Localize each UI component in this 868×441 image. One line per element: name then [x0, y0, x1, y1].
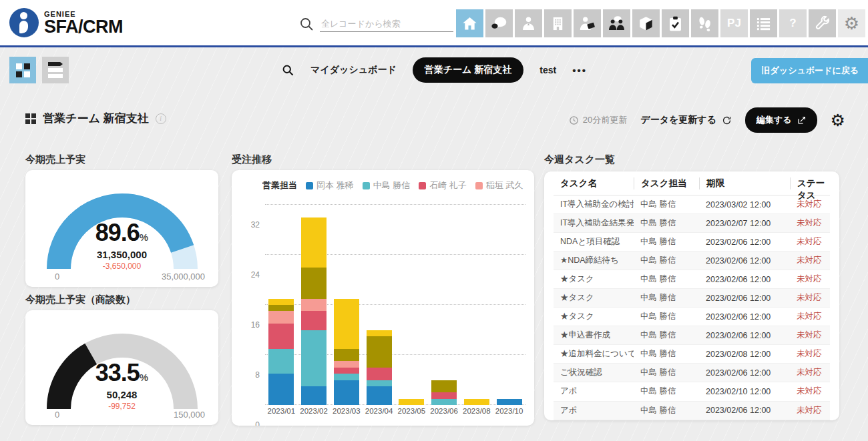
deal-count-gauge-card: 33.5% 50,248 -99,752 0 150,000 — [25, 310, 218, 425]
task-check-icon[interactable] — [662, 9, 689, 37]
orders-chart-title: 受注推移 — [232, 153, 272, 166]
task-name-cell: アポ — [554, 386, 634, 397]
refresh-data-button[interactable]: データを更新する — [640, 114, 732, 126]
task-row[interactable]: ★タスク中島 勝信2023/02/06 12:00未対応 — [554, 289, 830, 308]
gauge2-min-label: 0 — [55, 410, 59, 420]
meeting-icon[interactable] — [603, 9, 630, 37]
task-owner-cell: 中島 勝信 — [634, 348, 699, 360]
legend-swatch — [363, 182, 370, 189]
task-row[interactable]: ★追加料金について中島 勝信2023/02/08 12:00未対応 — [554, 345, 830, 364]
y-axis-tick: 16 — [240, 320, 260, 330]
column-header: 期限 — [699, 177, 790, 189]
legend-item[interactable]: 石崎 礼子 — [419, 179, 467, 191]
refresh-icon — [722, 115, 732, 125]
task-row[interactable]: ★NDA締結待ち中島 勝信2023/02/06 12:00未対応 — [554, 252, 830, 270]
dashboard-nav: マイダッシュボード 営業チーム 新宿支社 test ••• 旧ダッシュボードに戻… — [0, 49, 868, 91]
dashboard-settings-gear-icon[interactable]: ⚙ — [831, 112, 845, 129]
project-icon[interactable]: PJ — [720, 9, 748, 37]
gauge1-max-label: 35,000,000 — [162, 272, 205, 282]
back-to-old-dashboard-button[interactable]: 旧ダッシュボードに戻る — [751, 58, 868, 83]
global-search — [298, 16, 453, 32]
task-name-cell: IT導入補助金の検討 — [554, 199, 634, 210]
tab-my-dashboard[interactable]: マイダッシュボード — [310, 64, 397, 76]
product-icon[interactable] — [632, 9, 660, 37]
task-due-cell: 2023/02/06 12:00 — [699, 294, 790, 303]
task-status-cell: 未対応 — [790, 367, 830, 378]
task-status-cell: 未対応 — [790, 292, 830, 304]
company-icon[interactable] — [544, 9, 572, 37]
tools-wrench-icon[interactable] — [809, 9, 836, 37]
bar-segment — [268, 324, 294, 349]
stacked-bar-chart: 08162432 2023/012023/022023/032023/04202… — [240, 205, 526, 425]
task-due-cell: 2023/02/07 12:00 — [699, 219, 790, 228]
bar-segment — [334, 374, 359, 380]
help-icon[interactable]: ? — [779, 9, 807, 37]
bar-segment — [334, 361, 359, 367]
x-axis-label: 2023/01 — [265, 407, 298, 415]
tab-test[interactable]: test — [539, 65, 556, 75]
task-status-cell: 未対応 — [790, 255, 830, 266]
gauge2-max-label: 150,000 — [174, 410, 205, 420]
y-axis-tick: 24 — [240, 270, 260, 280]
gauge2-value: 50,248 — [25, 389, 218, 400]
bar-segment — [367, 380, 392, 386]
search-input[interactable] — [320, 16, 453, 32]
bar-segment — [334, 368, 359, 374]
task-name-cell: NDAと項目確認 — [554, 236, 634, 248]
legend-item[interactable]: 中島 勝信 — [363, 179, 411, 191]
task-owner-cell: 中島 勝信 — [634, 292, 699, 304]
x-axis-label: 2023/10 — [493, 407, 525, 415]
chat-icon[interactable] — [485, 9, 513, 37]
task-row[interactable]: IT導入補助金の検討中島 勝信2023/03/02 12:00未対応 — [554, 195, 830, 214]
task-due-cell: 2023/02/06 12:00 — [699, 256, 790, 266]
edit-button[interactable]: 編集する — [745, 107, 817, 133]
chart-legend: 営業担当 岡本 雅稀中島 勝信石崎 礼子稲垣 武久大平 直 — [262, 179, 531, 191]
dashboard-page: GENIEE SFA/CRM PJ?⚙ — [0, 0, 868, 441]
task-name-cell: ★タスク — [554, 311, 634, 322]
task-owner-cell: 中島 勝信 — [634, 255, 699, 266]
deal-icon[interactable] — [574, 9, 601, 37]
bar-segment — [301, 268, 327, 299]
clock-icon — [569, 115, 579, 125]
tasks-table-header: タスク名タスク担当期限ステータス — [554, 171, 830, 195]
activity-footprints-icon[interactable] — [691, 9, 718, 37]
task-owner-cell: 中島 勝信 — [634, 330, 699, 341]
task-name-cell: ★申込書作成 — [554, 330, 634, 341]
bar-segment — [334, 349, 359, 362]
legend-swatch — [419, 182, 426, 189]
task-status-cell: 未対応 — [790, 236, 830, 248]
page-title: 営業チーム 新宿支社 — [43, 111, 149, 126]
task-row[interactable]: ご状況確認中島 勝信2023/02/06 12:00未対応 — [554, 364, 830, 382]
orders-chart-card: 営業担当 岡本 雅稀中島 勝信石崎 礼子稲垣 武久大平 直 08162432 2… — [232, 170, 534, 426]
home-icon[interactable] — [456, 9, 483, 37]
legend-item[interactable]: 稲垣 武久 — [475, 179, 523, 191]
bar-segment — [399, 399, 424, 405]
list-icon[interactable] — [750, 9, 777, 37]
task-due-cell: 2023/02/06 12:00 — [699, 368, 790, 378]
task-row[interactable]: ★タスク中島 勝信2023/02/06 12:00未対応 — [554, 270, 830, 289]
task-row[interactable]: アポ中島 勝信2023/02/06 12:00未対応 — [554, 402, 830, 420]
brand-large: SFA/CRM — [44, 18, 123, 36]
bar-segment — [367, 336, 392, 368]
dashboard-search-icon[interactable] — [281, 63, 294, 77]
task-row[interactable]: アポ中島 勝信2023/02/10 12:00未対応 — [554, 382, 830, 401]
task-row[interactable]: ★タスク中島 勝信2023/02/06 12:00未対応 — [554, 308, 830, 326]
task-status-cell: 未対応 — [790, 217, 830, 229]
tab-sales-team-shinjuku[interactable]: 営業チーム 新宿支社 — [413, 57, 524, 83]
settings-gear-icon[interactable]: ⚙ — [838, 9, 865, 37]
info-icon[interactable]: i — [156, 113, 166, 124]
legend-item[interactable]: 岡本 雅稀 — [306, 179, 354, 191]
task-row[interactable]: NDAと項目確認中島 勝信2023/02/06 12:00未対応 — [554, 233, 830, 252]
task-due-cell: 2023/02/08 12:00 — [699, 350, 790, 359]
app-toolbar: PJ?⚙ — [456, 9, 865, 37]
gauge2-percent: 33.5% — [25, 361, 218, 385]
dashboard-tabs: マイダッシュボード 営業チーム 新宿支社 test ••• — [0, 49, 868, 91]
task-due-cell: 2023/02/06 12:00 — [699, 238, 790, 247]
task-row[interactable]: ★申込書作成中島 勝信2023/02/06 12:00未対応 — [554, 326, 830, 345]
task-row[interactable]: IT導入補助金結果発表中島 勝信2023/02/07 12:00未対応 — [554, 214, 830, 233]
app-header: GENIEE SFA/CRM PJ?⚙ — [0, 0, 868, 47]
tabs-more-button[interactable]: ••• — [572, 65, 587, 76]
task-due-cell: 2023/02/06 12:00 — [699, 406, 790, 415]
contact-icon[interactable] — [515, 9, 542, 37]
bar-segment — [268, 311, 294, 324]
